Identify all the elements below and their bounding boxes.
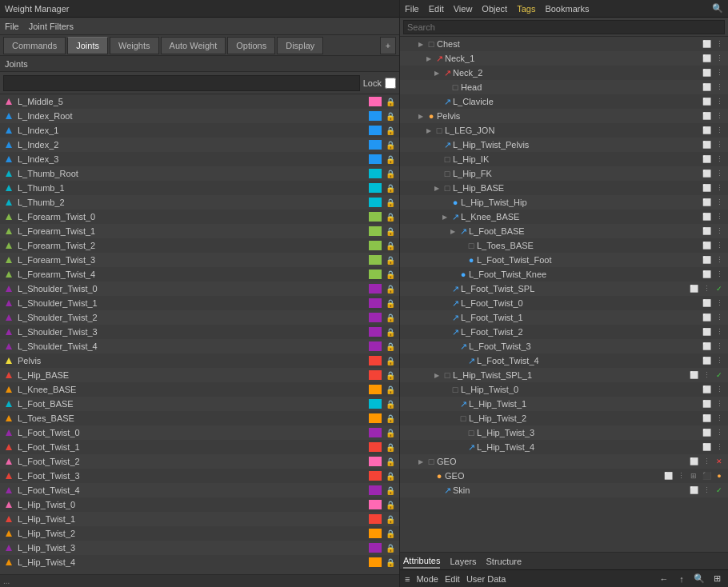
joint-item[interactable]: L_Index_3🔒 — [0, 152, 399, 166]
tree-visibility-icon[interactable]: ⬜ — [688, 456, 699, 467]
joint-item[interactable]: L_Foot_BASE🔒 — [0, 397, 399, 411]
tree-options-icon[interactable]: ⋮ — [701, 369, 712, 381]
tree-options-icon[interactable]: ⋮ — [714, 82, 725, 93]
lock-checkbox[interactable] — [385, 78, 396, 89]
tree-item[interactable]: ↗L_Hip_Twist_4⬜⋮ — [400, 440, 728, 454]
tree-expand-arrow[interactable] — [456, 425, 466, 440]
tree-expand-arrow[interactable] — [432, 166, 442, 181]
tree-visibility-icon[interactable]: ⬜ — [701, 355, 712, 366]
tree-item[interactable]: ↗L_Clavicle⬜⋮ — [400, 94, 728, 109]
tree-visibility-icon[interactable]: ⬜ — [701, 67, 712, 78]
tree-visibility-icon[interactable]: ⬜ — [701, 326, 712, 337]
tab-options[interactable]: Options — [227, 37, 275, 54]
tree-expand-arrow[interactable] — [456, 353, 466, 368]
tree-expand-arrow[interactable] — [424, 469, 434, 483]
tree-item[interactable]: ↗L_Hip_Twist_1⬜⋮ — [400, 397, 728, 411]
tree-visibility-icon[interactable]: ⬜ — [688, 283, 699, 294]
tree-options-icon[interactable]: ⋮ — [714, 226, 725, 237]
tree-expand-arrow[interactable] — [456, 238, 466, 253]
joints-search-input[interactable] — [3, 75, 360, 91]
joint-item[interactable]: L_Hip_Twist_1🔒 — [0, 512, 399, 526]
tree-options-icon[interactable]: ⋮ — [714, 240, 725, 251]
tree-expand-arrow[interactable] — [432, 152, 442, 166]
tree-item[interactable]: □Head⬜⋮ — [400, 80, 728, 94]
tree-visibility-icon[interactable]: ⬜ — [701, 441, 712, 453]
bottom-tab-structure[interactable]: Structure — [486, 555, 522, 568]
bottom-tab-attributes[interactable]: Attributes — [403, 554, 440, 569]
tree-visibility-icon[interactable]: ⬜ — [701, 110, 712, 122]
tree-expand-arrow[interactable]: ▶ — [432, 368, 442, 382]
joint-item[interactable]: L_Hip_BASE🔒 — [0, 368, 399, 382]
joint-item[interactable]: L_Forearm_Twist_1🔒 — [0, 224, 399, 238]
tree-visibility-icon[interactable]: ⬜ — [701, 254, 712, 266]
tags-menu-file[interactable]: File — [405, 4, 419, 14]
joint-item[interactable]: L_Forearm_Twist_3🔒 — [0, 253, 399, 267]
tree-expand-arrow[interactable] — [440, 80, 450, 94]
tree-options-icon[interactable]: ⋮ — [701, 485, 712, 496]
tree-dot-icon[interactable]: ● — [714, 470, 725, 481]
joint-item[interactable]: L_Thumb_1🔒 — [0, 181, 399, 195]
joint-item[interactable]: L_Shoulder_Twist_1🔒 — [0, 296, 399, 310]
tree-options-icon[interactable]: ⋮ — [714, 269, 725, 280]
tree-expand-arrow[interactable]: ▶ — [432, 181, 442, 195]
tree-expand-arrow[interactable] — [440, 325, 450, 339]
wm-menu-filters[interactable]: Joint Filters — [29, 22, 74, 31]
tree-item[interactable]: ▶□L_Hip_Twist_SPL_1⬜⋮✓ — [400, 368, 728, 382]
tree-options-icon[interactable]: ⋮ — [714, 297, 725, 309]
tree-expand-arrow[interactable] — [456, 440, 466, 454]
tree-visibility-icon[interactable]: ⬜ — [701, 125, 712, 136]
joint-item[interactable]: L_Foot_Twist_1🔒 — [0, 440, 399, 454]
tree-expand-arrow[interactable] — [448, 411, 458, 425]
tree-expand-arrow[interactable]: ▶ — [416, 454, 426, 469]
joint-item[interactable]: L_Index_Root🔒 — [0, 109, 399, 123]
joint-item[interactable]: L_Foot_Twist_0🔒 — [0, 425, 399, 440]
joint-item[interactable]: L_Hip_Twist_2🔒 — [0, 526, 399, 541]
tab-joints[interactable]: Joints — [67, 37, 108, 54]
tree-expand-arrow[interactable]: ▶ — [424, 123, 434, 138]
joint-item[interactable]: L_Forearm_Twist_4🔒 — [0, 267, 399, 282]
tree-options-icon[interactable]: ⋮ — [714, 398, 725, 409]
joint-item[interactable]: L_Shoulder_Twist_4🔒 — [0, 339, 399, 353]
tree-visibility-icon[interactable]: ⬜ — [701, 139, 712, 150]
tree-visibility-icon[interactable]: ⬜ — [701, 413, 712, 424]
tree-options-icon[interactable]: ⋮ — [714, 154, 725, 165]
tree-item[interactable]: □L_Hip_IK⬜⋮ — [400, 152, 728, 166]
tab-add-button[interactable]: + — [380, 37, 396, 54]
tree-expand-arrow[interactable]: ▶ — [416, 37, 426, 51]
tree-options-icon[interactable]: ⋮ — [701, 456, 712, 467]
nav-filter-button[interactable]: ⊞ — [710, 573, 723, 585]
tree-item[interactable]: □L_Hip_FK⬜⋮ — [400, 166, 728, 181]
joint-item[interactable]: L_Foot_Twist_3🔒 — [0, 469, 399, 483]
joint-item[interactable]: Pelvis🔒 — [0, 353, 399, 368]
tree-item[interactable]: ↗L_Foot_Twist_3⬜⋮ — [400, 339, 728, 353]
tags-search-icon[interactable]: 🔍 — [712, 3, 723, 14]
tree-visibility-icon[interactable]: ⬜ — [688, 369, 699, 381]
tree-visibility-icon[interactable]: ⬜ — [701, 197, 712, 208]
tree-expand-arrow[interactable] — [440, 310, 450, 325]
tree-visibility-icon[interactable]: ⬜ — [701, 82, 712, 93]
joint-item[interactable]: L_Shoulder_Twist_2🔒 — [0, 310, 399, 325]
nav-up-button[interactable]: ↑ — [675, 573, 688, 585]
tree-options-icon[interactable]: ⋮ — [714, 413, 725, 424]
joint-item[interactable]: L_Index_2🔒 — [0, 138, 399, 152]
tree-item[interactable]: ▶□L_Hip_BASE⬜⋮ — [400, 181, 728, 195]
tab-autoweight[interactable]: Auto Weight — [161, 37, 226, 54]
tree-expand-arrow[interactable]: ▶ — [440, 210, 450, 224]
joint-item[interactable]: L_Shoulder_Twist_0🔒 — [0, 282, 399, 296]
tree-item[interactable]: ▶↗L_Foot_BASE⬜⋮ — [400, 224, 728, 238]
tree-expand-arrow[interactable] — [440, 282, 450, 296]
tree-expand-arrow[interactable]: ▶ — [448, 224, 458, 238]
tags-menu-edit[interactable]: Edit — [429, 4, 444, 14]
tags-menu-view[interactable]: View — [454, 4, 473, 14]
tags-menu-tags[interactable]: Tags — [517, 4, 535, 14]
tree-options-icon[interactable]: ⋮ — [714, 355, 725, 366]
joint-item[interactable]: L_Toes_BASE🔒 — [0, 411, 399, 425]
tree-options-icon[interactable]: ⋮ — [714, 110, 725, 122]
tree-expand-arrow[interactable]: ▶ — [432, 66, 442, 80]
tree-expand-arrow[interactable] — [432, 94, 442, 109]
tree-options-icon[interactable]: ⋮ — [714, 197, 725, 208]
tree-item[interactable]: □L_Hip_Twist_0⬜⋮ — [400, 382, 728, 397]
tree-visibility-icon[interactable]: ⬜ — [688, 485, 699, 496]
tree-item[interactable]: ↗Skin⬜⋮✓ — [400, 483, 728, 497]
tree-visibility-icon[interactable]: ⬜ — [701, 427, 712, 438]
